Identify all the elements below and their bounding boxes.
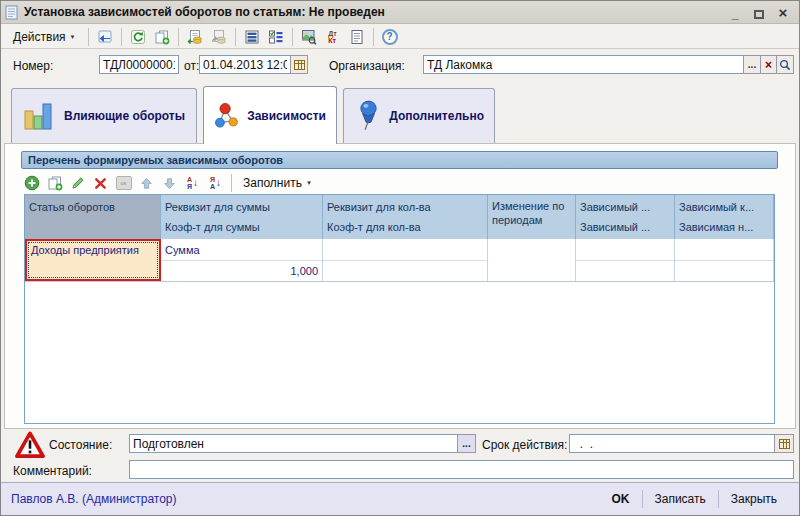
copy-add-icon	[47, 175, 63, 191]
toolbar-separator	[235, 28, 236, 46]
ok-button[interactable]: OK	[600, 489, 642, 509]
chevron-down-icon: ▼	[306, 180, 312, 186]
column-header-dependent-1[interactable]: Зависимый ... Зависимый ...	[576, 195, 675, 239]
table-row[interactable]: Доходы предприятия Сумма 1,000	[25, 239, 774, 282]
window-title: Установка зависимостей оборотов по стать…	[24, 5, 385, 19]
state-select-button[interactable]: ...	[457, 434, 476, 453]
grid-toolbar: ок А Я ↓	[21, 172, 318, 194]
actions-menu-label: Действия	[13, 30, 66, 44]
organization-input[interactable]	[423, 55, 744, 74]
add-row-button[interactable]	[21, 173, 42, 193]
document-register-button[interactable]	[346, 27, 368, 47]
undo-posting-icon	[211, 29, 227, 45]
column-header-sum-requisite[interactable]: Реквизит для суммы Коэф-т для суммы	[161, 195, 323, 239]
delete-row-button[interactable]	[90, 173, 111, 193]
copy-new-icon	[154, 29, 170, 45]
current-user: Павлов А.В. (Администратор)	[11, 492, 177, 506]
date-input[interactable]	[199, 55, 291, 74]
cell-period-change[interactable]	[488, 239, 576, 281]
cell-dependent-2[interactable]	[675, 239, 774, 281]
title-bar: Установка зависимостей оборотов по стать…	[1, 1, 799, 24]
refresh-button[interactable]	[127, 27, 149, 47]
validity-input[interactable]	[569, 434, 775, 453]
related-info-button[interactable]	[298, 27, 320, 47]
navigate-back-button[interactable]	[94, 27, 116, 47]
post-document-icon	[187, 29, 203, 45]
cell-qty[interactable]	[323, 239, 488, 281]
move-down-icon	[162, 176, 177, 191]
save-button[interactable]: Записать	[643, 489, 718, 509]
cell-sum[interactable]: Сумма 1,000	[161, 239, 323, 281]
list-section-header: Перечень формируемых зависимых оборотов	[21, 151, 778, 169]
column-header-qty-requisite[interactable]: Реквизит для кол-ва Коэф-т для кол-ва	[323, 195, 488, 239]
copy-new-button[interactable]	[151, 27, 173, 47]
document-window: Установка зависимостей оборотов по стать…	[0, 0, 800, 516]
date-label: от:	[184, 59, 199, 73]
end-edit-icon: ок	[116, 176, 132, 190]
refresh-icon	[130, 29, 146, 45]
maximize-button[interactable]	[751, 5, 767, 19]
help-button[interactable]: ?	[379, 27, 401, 47]
column-header-article[interactable]: Статья оборотов	[25, 195, 161, 239]
pushpin-icon	[354, 97, 381, 135]
list-settings-icon	[268, 29, 284, 45]
tab-dependencies[interactable]: Зависимости	[203, 86, 337, 144]
column-header-dependent-2[interactable]: Зависимый к... Зависимая н...	[675, 195, 774, 239]
footer-bar: Павлов А.В. (Администратор) OK Записать …	[1, 482, 799, 515]
validity-calendar-button[interactable]	[774, 434, 794, 453]
debit-credit-button[interactable]: Дт Кт	[322, 27, 344, 47]
move-up-button[interactable]	[136, 173, 157, 193]
help-icon: ?	[382, 29, 398, 45]
close-button[interactable]: ×	[775, 5, 791, 19]
cell-article-selected[interactable]: Доходы предприятия	[25, 239, 161, 281]
actions-menu-button[interactable]: Действия ▼	[6, 27, 83, 47]
end-edit-button[interactable]: ок	[113, 173, 134, 193]
tab-label: Влияющие обороты	[64, 109, 185, 123]
number-input[interactable]	[99, 55, 179, 74]
post-document-button[interactable]	[184, 27, 206, 47]
copy-row-button[interactable]	[44, 173, 65, 193]
edit-icon	[70, 175, 86, 191]
tab-label: Зависимости	[247, 109, 326, 123]
date-calendar-button[interactable]	[290, 55, 308, 74]
tab-strip: Влияющие обороты Зависимости Дополнитель…	[5, 86, 795, 144]
dependencies-tab-panel: Перечень формируемых зависимых оборотов	[4, 143, 796, 429]
tab-influencing-turnovers[interactable]: Влияющие обороты	[11, 88, 197, 143]
organization-open-button[interactable]	[776, 55, 794, 74]
navigate-back-icon	[97, 29, 113, 45]
magnifier-icon	[779, 59, 791, 71]
toolbar-separator	[88, 28, 89, 46]
cell-dependent-1[interactable]	[576, 239, 675, 281]
dependent-turnovers-grid: Статья оборотов Реквизит для суммы Коэф-…	[24, 194, 775, 424]
list-rows-button[interactable]	[241, 27, 263, 47]
document-icon	[5, 5, 19, 20]
main-toolbar: Действия ▼	[1, 25, 799, 49]
molecule-icon	[214, 97, 239, 135]
minimize-button[interactable]: _	[727, 5, 743, 19]
edit-row-button[interactable]	[67, 173, 88, 193]
comment-label: Комментарий:	[13, 464, 92, 478]
organization-label: Организация:	[329, 59, 405, 73]
sort-asc-icon: А Я ↓	[187, 176, 198, 190]
tab-additional[interactable]: Дополнительно	[343, 88, 495, 143]
move-down-button[interactable]	[159, 173, 180, 193]
chevron-down-icon: ▼	[70, 34, 76, 40]
comment-input[interactable]	[129, 460, 794, 479]
column-header-period-change[interactable]: Изменение по периодам	[488, 195, 576, 239]
sort-ascending-button[interactable]: А Я ↓	[182, 173, 203, 193]
toolbar-separator	[178, 28, 179, 46]
debit-credit-icon: Дт Кт	[328, 30, 336, 44]
warning-icon	[15, 431, 45, 459]
toolbar-separator	[373, 28, 374, 46]
undo-posting-button[interactable]	[208, 27, 230, 47]
sort-desc-icon: Я А ↓	[210, 176, 221, 190]
organization-clear-button[interactable]: ×	[760, 55, 777, 74]
document-register-icon	[349, 29, 365, 45]
fill-menu-button[interactable]: Заполнить ▼	[237, 176, 318, 190]
list-settings-button[interactable]	[265, 27, 287, 47]
state-label: Состояние:	[49, 438, 112, 452]
close-form-button[interactable]: Закрыть	[719, 489, 789, 509]
state-input[interactable]	[129, 434, 458, 453]
sort-descending-button[interactable]: Я А ↓	[205, 173, 226, 193]
organization-select-button[interactable]: ...	[743, 55, 761, 74]
